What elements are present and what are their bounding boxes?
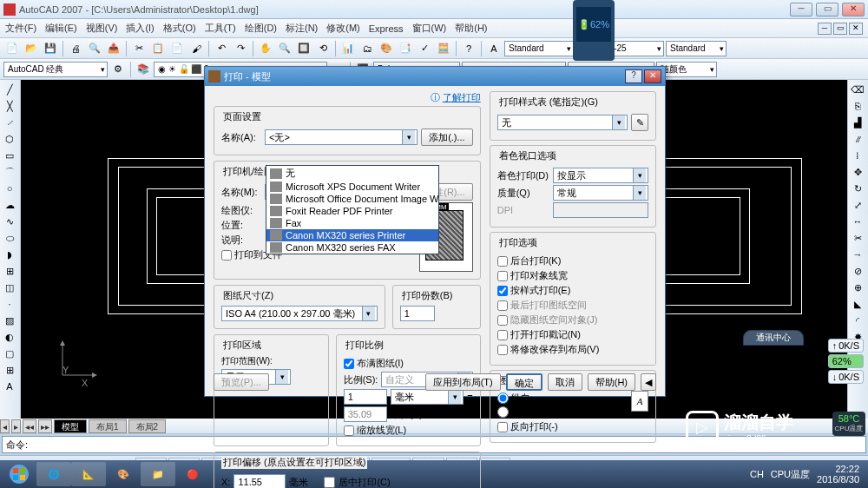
block-icon[interactable]: ◫ [1,280,18,295]
revcloud-icon[interactable]: ☁ [1,197,18,213]
apply-layout-button[interactable]: 应用到布局(T) [425,373,501,391]
pline-icon[interactable]: ⟋ [1,115,18,130]
publish-icon[interactable]: 📤 [105,40,122,57]
menu-edit[interactable]: 编辑(E) [45,22,77,35]
cut-icon[interactable]: ✂ [130,40,148,57]
xline-icon[interactable]: ╳ [1,98,18,114]
props-icon[interactable]: 📊 [339,40,357,57]
opt-background-check[interactable] [497,256,508,267]
insert-icon[interactable]: ⊞ [1,263,18,279]
new-icon[interactable]: 📄 [3,40,21,57]
textstyle-icon[interactable]: A [485,40,503,57]
printer-opt-canon-printer[interactable]: Canon MX320 series Printer [266,229,438,241]
workspace-select[interactable]: AutoCAD 经典 [3,62,108,77]
tab-nav-last[interactable]: ▸▸ [38,419,52,433]
dc-icon[interactable]: 🗂 [358,40,376,57]
copy-icon[interactable]: 📋 [149,40,167,57]
spline-icon[interactable]: ∿ [1,214,18,229]
arc-icon[interactable]: ⌒ [1,164,18,180]
textstyle-select[interactable]: Standard [504,41,574,56]
pan-icon[interactable]: ✋ [257,40,274,57]
tab-nav-prev[interactable]: ▸ [11,419,21,433]
task-chrome[interactable]: 🌐 [36,462,71,486]
match-icon[interactable]: 🖌 [187,40,205,57]
trim-icon[interactable]: ✂ [849,230,866,246]
mirror-icon[interactable]: ▟ [849,115,866,130]
scale-den-input[interactable]: 35.09 [344,406,387,422]
move-icon[interactable]: ✥ [849,164,866,180]
opt-stamp-check[interactable] [497,330,508,340]
redo-icon[interactable]: ↷ [232,40,249,57]
stretch-icon[interactable]: ↔ [849,214,866,229]
table-icon[interactable]: ⊞ [1,362,18,378]
offset-x-input[interactable]: 11.55 [233,474,286,488]
ellarc-icon[interactable]: ◗ [1,247,18,262]
menu-file[interactable]: 文件(F) [5,22,36,35]
print-to-file-check[interactable] [221,250,232,260]
scale-num-input[interactable]: 1 [344,389,387,405]
zoom-icon[interactable]: 🔍 [276,40,293,57]
menu-format[interactable]: 格式(O) [163,22,196,35]
mtext-icon[interactable]: A [1,379,18,394]
menu-draw[interactable]: 绘图(D) [245,22,277,35]
start-button[interactable] [2,462,36,486]
ok-button[interactable]: 确定 [506,373,542,391]
scale-unit-select[interactable]: 毫米 [391,389,464,405]
paper-size-select[interactable]: ISO A4 (210.00 x 297.00 毫米) [221,306,378,321]
page-setup-select[interactable]: <无> [265,129,418,145]
shade-plot-select[interactable]: 按显示 [553,168,648,183]
tablestyle-select[interactable]: Standard [666,41,727,56]
preview-icon[interactable]: 🔍 [86,40,103,57]
zoom-win-icon[interactable]: 🔲 [295,40,312,57]
ime-indicator[interactable]: CH [750,469,764,479]
paste-icon[interactable]: 📄 [168,40,186,57]
opt-styles-check[interactable] [497,286,508,296]
printer-opt-fax[interactable]: Fax [266,217,438,229]
circle-icon[interactable]: ○ [1,181,18,196]
fit-page-check[interactable] [344,359,354,369]
menu-modify[interactable]: 修改(M) [326,22,360,35]
save-icon[interactable]: 💾 [42,40,59,57]
array-icon[interactable]: ⁞ [849,148,866,163]
rotate-icon[interactable]: ↻ [849,181,866,196]
reverse-print-check[interactable] [497,422,508,432]
menu-window[interactable]: 窗口(W) [412,22,447,35]
edit-style-button[interactable]: ✎ [631,114,648,131]
offset-icon[interactable]: ⫽ [849,131,866,147]
printer-opt-none[interactable]: 无 [266,166,438,181]
join-icon[interactable]: ⊕ [849,280,866,295]
menu-express[interactable]: Express [369,23,404,34]
ws-settings-icon[interactable]: ⚙ [109,61,127,78]
fillet-icon[interactable]: ◜ [849,313,866,328]
printer-opt-canon-fax[interactable]: Canon MX320 series FAX [266,241,438,254]
zoom-prev-icon[interactable]: ⟲ [314,40,332,57]
ssm-icon[interactable]: 📑 [397,40,414,57]
quality-select[interactable]: 常规 [553,185,648,201]
tab-layout1[interactable]: 布局1 [89,419,127,433]
line-icon[interactable]: ╱ [1,82,18,97]
close-button[interactable]: ✕ [842,3,865,16]
hatch-icon[interactable]: ▨ [1,313,18,328]
printer-opt-modi[interactable]: Microsoft Office Document Image Writer [266,193,438,205]
scale-icon[interactable]: ⤢ [849,197,866,213]
help-icon[interactable]: ? [460,40,477,57]
printer-opt-xps[interactable]: Microsoft XPS Document Writer [266,181,438,193]
dialog-help-button[interactable]: ? [625,69,642,83]
preview-button[interactable]: 预览(P)... [214,373,269,391]
minimize-button[interactable]: ─ [790,3,812,16]
opt-save-layout-check[interactable] [497,345,508,355]
chamfer-icon[interactable]: ◣ [849,296,866,312]
task-explorer[interactable]: 📁 [141,462,175,486]
markup-icon[interactable]: ✓ [416,40,433,57]
ellipse-icon[interactable]: ⬭ [1,230,18,246]
tab-nav-first[interactable]: ◂ [0,419,10,433]
erase-icon[interactable]: ⌫ [849,82,866,97]
rect-icon[interactable]: ▭ [1,148,18,163]
printer-opt-foxit[interactable]: Foxit Reader PDF Printer [266,205,438,217]
point-icon[interactable]: · [1,296,18,312]
menu-dim[interactable]: 标注(N) [286,22,318,35]
menu-view[interactable]: 视图(V) [86,22,118,35]
add-pagesetup-button[interactable]: 添加(.)... [421,129,473,146]
tab-layout2[interactable]: 布局2 [128,419,167,433]
gradient-icon[interactable]: ◐ [1,329,18,345]
